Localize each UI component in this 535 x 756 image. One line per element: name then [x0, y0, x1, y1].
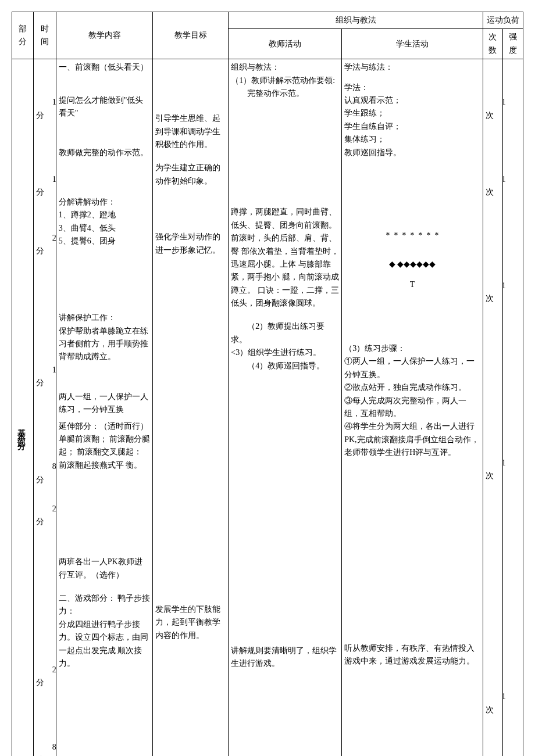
teacher-4b: <3）组织学生进行练习。	[231, 346, 339, 359]
time-6: 2分	[36, 503, 54, 529]
teacher-8: 讲解规则要清晰明了，组织学生进行游戏。	[231, 644, 339, 671]
student-4e: ④将学生分为两大组，各出一人进行PK,完成前滚翻接肩手倒立组合动作，老师带领学生…	[344, 420, 480, 459]
teacher-1c: 完整动作示范。	[231, 87, 339, 100]
student-4c: ②散点站开，独自完成动作练习。	[344, 381, 480, 394]
header-time: 时 间	[33, 12, 56, 59]
header-teacher: 教师活动	[229, 29, 342, 59]
student-4d: ③每人完成两次完整动作，两人一组，互相帮助。	[344, 395, 480, 421]
content-column: 一、前滚翻（低头看天） 提问怎么才能做到"低头看天" 教师做完整的动作示范。 分…	[56, 59, 153, 756]
time-1: 1分	[36, 96, 54, 122]
content-1a: 一、前滚翻（低头看天）	[59, 61, 151, 74]
goal-1: 引导学生思维、起到导课和调动学生积极性的作用。	[155, 112, 226, 151]
content-8b: 分成四组进行鸭子步接力。设立四个标志，由同一起点出发完成 顺次接力。	[59, 618, 151, 671]
student-diagram-row1: ＊＊＊＊＊＊＊	[344, 229, 480, 242]
student-4b: ①两人一组，一人保护一人练习，一分钟互换。	[344, 355, 480, 381]
content-1b: 提问怎么才能做到"低头看天"	[59, 94, 151, 120]
time-3: 2分	[36, 232, 54, 258]
student-1c: 认真观看示范；	[344, 94, 480, 107]
intensity-column	[503, 59, 523, 756]
student-1e: 学生自练自评；	[344, 120, 480, 133]
student-8: 听从教师安排，有秩序、有热情投入游戏中来，通过游戏发展运动能力。	[344, 642, 480, 668]
header-goal: 教学目标	[153, 12, 229, 59]
content-4b: 保护帮助者单膝跪立在练习者侧前方，用手顺势推背帮助成蹲立。	[59, 325, 151, 364]
count-column: 1次 1次 1次 1次 1次	[483, 59, 503, 756]
header-count: 次数	[483, 29, 503, 59]
content-3b: 1、蹲撑2、蹬地	[59, 209, 151, 221]
content-5: 两人一组，一人保护一人练习，一分钟互换	[59, 390, 151, 417]
content-2: 教师做完整的动作示范。	[59, 146, 151, 159]
section-label: 基本部分	[15, 422, 27, 440]
teacher-column: 组织与教法： （1）教师讲解示范动作要领: 完整动作示范。 蹲撑，两腿蹬直，同时…	[229, 59, 342, 756]
time-4: 1分	[36, 364, 54, 390]
goal-column: 引导学生思维、起到导课和调动学生积极性的作用。 为学生建立正确的动作初始印象。 …	[153, 59, 229, 756]
lesson-plan-table: 部 分 时 间 教学内容 教学目标 组织与教法 运动负荷 教师活动 学生活动 次…	[12, 12, 523, 756]
teacher-3: 蹲撑，两腿蹬直，同时曲臂、低头、提臀、团身向前滚翻。前滚时，头的后部、肩、背、臀…	[231, 206, 339, 310]
goal-8: 发展学生的下肢能力，起到平衡教学内容的作用。	[155, 603, 226, 642]
section-label-cell: 基本部分	[12, 59, 34, 756]
time-7: 2分	[36, 664, 54, 690]
student-1b: 学法：	[344, 81, 480, 94]
teacher-4c: （4）教师巡回指导。	[231, 360, 339, 372]
content-8a: 二、游戏部分： 鸭子步接力：	[59, 592, 151, 618]
teacher-1a: 组织与教法：	[231, 61, 339, 74]
student-1g: 教师巡回指导。	[344, 146, 480, 159]
student-1d: 学生跟练；	[344, 107, 480, 120]
time-2: 1分	[36, 173, 54, 199]
count-8: 1次	[486, 690, 501, 716]
table-row: 基本部分 1分 1分 2分 1分 8分 2分 2分 8分	[12, 59, 523, 756]
header-content: 教学内容	[56, 12, 153, 59]
header-part: 部 分	[12, 12, 34, 59]
goal-3: 强化学生对动作的进一步形象记忆。	[155, 231, 226, 257]
count-2: 1次	[486, 173, 501, 199]
content-6: 延伸部分：（适时而行） 单腿前滚翻； 前滚翻分腿起； 前滚翻交叉腿起： 前滚翻起…	[59, 420, 151, 472]
header-load: 运动负荷	[483, 12, 523, 29]
count-5: 1次	[486, 457, 501, 483]
time-column: 1分 1分 2分 1分 8分 2分 2分 8分	[33, 59, 56, 756]
teacher-1b: （1）教师讲解示范动作要领:	[231, 74, 339, 87]
count-1: 1次	[486, 96, 501, 122]
content-3d: 5、提臀6、团身	[59, 235, 151, 248]
teacher-4a: （2）教师提出练习要求。	[231, 320, 339, 346]
header-intensity: 强度	[503, 29, 523, 59]
content-3c: 3、曲臂4、低头	[59, 222, 151, 235]
count-3: 1次	[486, 280, 501, 306]
student-diagram-row2: ◆ ◆◆◆◆◆◆	[344, 258, 480, 271]
header-org: 组织与教法	[229, 12, 483, 29]
time-8: 8分	[36, 741, 54, 756]
student-diagram-t: T	[344, 278, 480, 291]
content-4a: 讲解保护工作：	[59, 311, 151, 324]
content-7: 两班各出一人PK教师进行互评。（选作）	[59, 556, 151, 582]
header-student: 学生活动	[342, 29, 483, 59]
student-1f: 集体练习；	[344, 133, 480, 146]
student-4a: （3）练习步骤：	[344, 342, 480, 355]
content-3a: 分解讲解动作：	[59, 196, 151, 209]
time-5: 8分	[36, 460, 54, 486]
goal-2: 为学生建立正确的动作初始印象。	[155, 162, 226, 188]
student-1a: 学法与练法：	[344, 61, 480, 74]
student-column: 学法与练法： 学法： 认真观看示范； 学生跟练； 学生自练自评； 集体练习； 教…	[342, 59, 483, 756]
